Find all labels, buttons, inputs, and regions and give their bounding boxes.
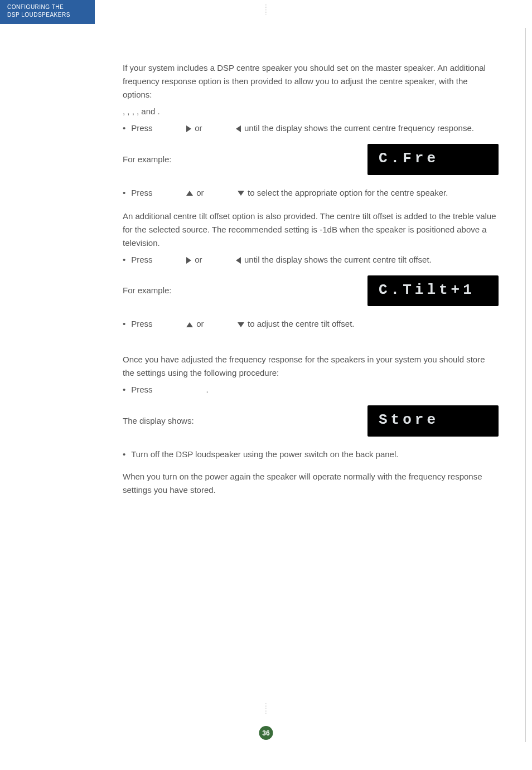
bullet-dot: • — [123, 186, 125, 200]
bullet-turn-off: • Turn off the DSP loudspeaker using the… — [123, 448, 499, 461]
bullet-text: Press or to select the appropriate optio… — [131, 186, 499, 200]
bullet-text: Press or to adjust the centre tilt offse… — [131, 317, 499, 331]
up-arrow-icon — [186, 322, 193, 327]
or-label: or — [196, 188, 204, 197]
bullet-press-up-down-2: • Press or to adjust the centre tilt off… — [123, 317, 499, 331]
lcd-row-cfre: For example: C.Fre — [123, 144, 499, 175]
lcd-row-ctilt: For example: C.Tilt+1 — [123, 275, 499, 307]
bullet-dot: • — [123, 383, 125, 396]
page-number: 36 — [262, 729, 269, 737]
bullet-press-left-right-1: • Press or until the display shows the c… — [123, 122, 499, 135]
period: . — [206, 385, 208, 394]
lcd-display-ctilt: C.Tilt+1 — [367, 275, 499, 307]
bullet-dot: • — [123, 253, 125, 267]
bullet-dot: • — [123, 122, 125, 135]
options-line: , , , , and . — [123, 105, 499, 118]
or-label: or — [195, 123, 202, 133]
left-arrow-icon — [236, 125, 241, 132]
sidebar-tag: CONFIGURING THE DSP LOUDSPEAKERS — [0, 0, 95, 24]
tail-text: to adjust the centre tilt offset. — [248, 319, 355, 328]
down-arrow-icon — [238, 191, 244, 196]
lcd-display-store: Store — [367, 405, 499, 437]
tail-text: until the display shows the current cent… — [244, 255, 432, 264]
paragraph-intro: If your system includes a DSP centre spe… — [123, 61, 499, 101]
press-label: Press — [131, 319, 152, 328]
display-shows-label: The display shows: — [123, 414, 194, 428]
press-label: Press — [131, 255, 152, 264]
bullet-dot: • — [123, 448, 125, 461]
tail-text: to select the appropriate option for the… — [248, 188, 448, 197]
bullet-press-store: • Press . — [123, 383, 499, 396]
bullet-dot: • — [123, 317, 125, 331]
right-arrow-icon — [186, 125, 191, 132]
bullet-text: Press or until the display shows the cur… — [131, 253, 499, 267]
up-arrow-icon — [186, 191, 193, 196]
bullet-text: Press . — [131, 383, 499, 396]
left-arrow-icon — [236, 257, 241, 264]
right-dotted-rule — [525, 28, 526, 742]
press-label: Press — [131, 123, 152, 133]
bullet-text: Press or until the display shows the cur… — [131, 122, 499, 135]
tail-text: until the display shows the current cent… — [244, 123, 474, 133]
paragraph-tilt-intro: An additional centre tilt offset option … — [123, 210, 499, 250]
paragraph-closing: When you turn on the power again the spe… — [123, 470, 499, 497]
press-label: Press — [131, 385, 152, 394]
bottom-dotted-rule: ······· — [265, 703, 267, 714]
body-content: If your system includes a DSP centre spe… — [123, 61, 499, 500]
bullet-press-left-right-2: • Press or until the display shows the c… — [123, 253, 499, 267]
down-arrow-icon — [238, 322, 244, 327]
bullet-press-up-down-1: • Press or to select the appropriate opt… — [123, 186, 499, 200]
lcd-display-cfre: C.Fre — [367, 144, 499, 175]
or-label: or — [195, 255, 202, 264]
bullet-text: Turn off the DSP loudspeaker using the p… — [131, 448, 499, 461]
page-number-badge: 36 — [259, 726, 273, 740]
press-label: Press — [131, 188, 152, 197]
paragraph-store-intro: Once you have adjusted the frequency res… — [123, 353, 499, 380]
sidebar-line2: DSP LOUDSPEAKERS — [7, 11, 88, 19]
for-example-label-2: For example: — [123, 284, 172, 297]
right-arrow-icon — [186, 257, 191, 264]
for-example-label-1: For example: — [123, 153, 172, 166]
sidebar-line1: CONFIGURING THE — [7, 3, 88, 11]
lcd-row-store: The display shows: Store — [123, 405, 499, 437]
or-label: or — [196, 319, 204, 328]
top-dotted-rule: ······· — [265, 3, 267, 15]
